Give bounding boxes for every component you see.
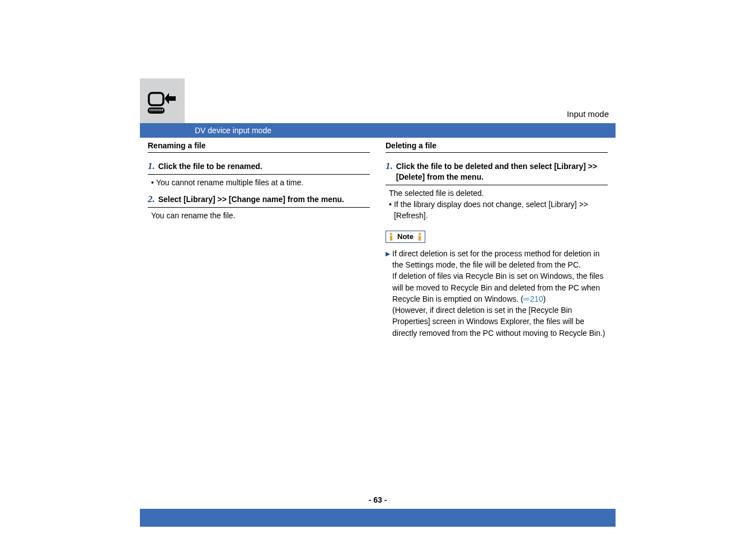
note-marker-icon: [416, 233, 424, 241]
note-text: If deletion of files via Recycle Bin is …: [392, 271, 603, 303]
svg-rect-14: [152, 109, 152, 111]
svg-point-22: [390, 232, 392, 235]
svg-rect-21: [161, 109, 162, 111]
note-marker-icon: [387, 233, 395, 241]
step-title: Select [Library] >> [Change name] from t…: [158, 194, 344, 205]
deleting-heading: Deleting a file: [386, 138, 608, 153]
svg-point-24: [419, 232, 421, 235]
svg-rect-13: [150, 109, 151, 111]
mode-label: Input mode: [185, 109, 616, 123]
note-arrow-icon: ▶: [386, 248, 390, 339]
step-body-text: You can rename the file.: [151, 211, 235, 220]
svg-rect-16: [154, 109, 155, 111]
step-note: You cannot rename multiple files at a ti…: [156, 177, 303, 188]
svg-rect-18: [157, 109, 158, 111]
step-number: 2.: [148, 194, 155, 205]
svg-rect-10: [149, 93, 163, 105]
bullet-icon: •: [151, 177, 154, 188]
svg-rect-17: [156, 109, 156, 111]
note-text: (However, if direct deletion is set in t…: [392, 305, 608, 339]
svg-rect-23: [390, 236, 392, 241]
note-label: Note: [395, 232, 416, 241]
step-number: 1.: [386, 161, 393, 172]
page-link[interactable]: 210: [530, 294, 543, 303]
footer-bar: [140, 509, 616, 527]
svg-rect-25: [419, 236, 421, 241]
step-body-text: The selected file is deleted.: [389, 188, 608, 199]
svg-rect-20: [160, 109, 161, 111]
step-number: 1.: [148, 161, 155, 172]
svg-rect-15: [153, 109, 153, 111]
note-text: If direct deletion is set for the proces…: [392, 249, 599, 269]
step-title: Click the file to be renamed.: [158, 161, 262, 172]
note-text: ): [543, 294, 546, 303]
section-label: DV device input mode: [185, 123, 616, 138]
svg-rect-19: [158, 109, 159, 111]
page-number: - 63 -: [140, 490, 616, 508]
note-badge: Note: [386, 231, 425, 243]
link-arrow-icon: ⇨: [523, 294, 530, 303]
step-title: Click the file to be deleted and then se…: [396, 161, 608, 182]
input-mode-icon: [147, 92, 178, 120]
renaming-heading: Renaming a file: [148, 138, 370, 153]
step-note: If the library display does not change, …: [394, 199, 608, 222]
bullet-icon: •: [389, 199, 392, 222]
